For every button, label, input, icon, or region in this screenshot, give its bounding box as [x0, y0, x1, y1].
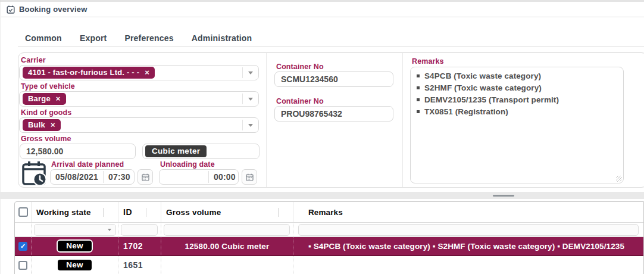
row-gross-volume-cell: 12580.00 Cubic meter — [161, 237, 293, 255]
header-working-state-label: Working state — [36, 208, 91, 217]
dates-row: Arrival date planned 05/08/2021 07:30 — [19, 160, 266, 188]
form-column-left: Carrier 4101 - fast-or-furious Ltd. - - … — [18, 53, 267, 187]
container2-label: Container No — [276, 97, 393, 105]
header-working-state[interactable]: Working state — [32, 202, 118, 222]
arrival-calendar-button[interactable] — [137, 169, 153, 185]
remarks-list: S4PCB (Toxic waste category) S2HMF (Toxi… — [417, 70, 617, 118]
vehicle-tag-label: Barge — [28, 94, 51, 103]
row-checkbox-cell: ✓ — [15, 237, 32, 255]
vehicle-select[interactable]: Barge × — [19, 91, 259, 107]
filter-gv-cell — [161, 223, 293, 236]
remarks-item: TX0851 (Registration) — [417, 106, 617, 118]
gross-volume-row: Cubic meter — [20, 144, 266, 159]
header-checkbox-cell — [15, 202, 32, 222]
carrier-label: Carrier — [21, 56, 266, 64]
tab-administration[interactable]: Administration — [192, 33, 252, 43]
unloading-calendar-button[interactable] — [242, 169, 257, 185]
calendar-clock-icon — [19, 160, 50, 188]
filter-state-cell — [32, 223, 118, 236]
row-state-cell: New — [32, 237, 118, 255]
arrival-date-label: Arrival date planned — [51, 160, 153, 169]
container1-input[interactable] — [274, 71, 393, 87]
unloading-time-value[interactable]: 00:00 — [209, 172, 238, 182]
filter-id-cell — [118, 223, 161, 236]
column-handle[interactable] — [278, 208, 279, 217]
carrier-tag-label: 4101 - fast-or-furious Ltd. - - - — [28, 68, 139, 77]
bookings-grid: Working state ID Gross volume Remarks — [14, 201, 644, 274]
working-state-filter-select[interactable] — [34, 224, 116, 236]
arrival-date-group: Arrival date planned 05/08/2021 07:30 — [50, 160, 153, 188]
carrier-tag[interactable]: 4101 - fast-or-furious Ltd. - - - × — [23, 67, 155, 79]
row-remarks-cell — [293, 256, 643, 274]
page-left-border — [1, 0, 1, 274]
tab-common[interactable]: Common — [25, 33, 62, 43]
chevron-down-icon — [248, 71, 253, 74]
remarks-box[interactable]: S4PCB (Toxic waste category) S2HMF (Toxi… — [410, 67, 624, 183]
grid-filter-row — [15, 223, 643, 237]
carrier-select[interactable]: 4101 - fast-or-furious Ltd. - - - × — [19, 65, 259, 80]
unloading-date-group: Unloading date 00:00 — [159, 160, 257, 188]
arrival-date-value[interactable]: 05/08/2021 — [51, 172, 103, 182]
unloading-date-label: Unloading date — [160, 160, 257, 169]
goods-tag[interactable]: Bulk × — [23, 119, 61, 131]
filter-remarks-cell — [293, 223, 643, 236]
carrier-dropdown-toggle[interactable] — [242, 67, 258, 78]
vehicle-label: Type of vehicle — [21, 82, 266, 91]
goods-select[interactable]: Bulk × — [19, 117, 259, 133]
tab-bar: Common Export Preferences Administration — [18, 30, 644, 46]
id-filter-input[interactable] — [121, 224, 158, 236]
form-column-right: Remarks S4PCB (Toxic waste category) S2H… — [403, 53, 644, 187]
remarks-filter-input[interactable] — [298, 224, 639, 236]
header-id-label: ID — [123, 207, 132, 217]
row-gross-volume-cell — [161, 256, 293, 274]
header-gross-volume-label: Gross volume — [166, 208, 221, 217]
gross-volume-label: Gross volume — [21, 135, 266, 143]
column-handle[interactable] — [146, 208, 146, 217]
working-state-button[interactable]: New — [57, 259, 93, 272]
vehicle-tag[interactable]: Barge × — [23, 93, 66, 105]
goods-dropdown-toggle[interactable] — [242, 120, 258, 130]
row-checkbox-checked[interactable]: ✓ — [18, 242, 27, 251]
title-bar: Booking overview — [1, 2, 644, 17]
header-remarks[interactable]: Remarks — [293, 202, 643, 222]
chevron-down-icon — [248, 124, 253, 127]
row-checkbox-unchecked[interactable] — [18, 261, 27, 270]
remarks-item: S4PCB (Toxic waste category) — [417, 70, 617, 82]
container1-label: Container No — [276, 63, 393, 71]
chevron-down-icon — [108, 229, 111, 231]
working-state-button[interactable]: New — [57, 239, 93, 253]
filter-checkbox-cell — [15, 223, 32, 236]
table-row[interactable]: New 1651 — [15, 256, 643, 274]
remove-icon[interactable]: × — [56, 94, 61, 103]
splitter-drag-handle[interactable] — [493, 195, 514, 197]
gross-volume-input[interactable] — [20, 144, 136, 159]
remarks-item: S2HMF (Toxic waste category) — [417, 82, 617, 94]
row-state-cell: New — [32, 256, 118, 274]
container2-input[interactable] — [274, 106, 393, 122]
unit-chip[interactable]: Cubic meter — [145, 145, 207, 157]
arrival-time-value[interactable]: 07:30 — [104, 172, 134, 182]
column-handle[interactable] — [103, 208, 104, 217]
resize-handle[interactable] — [616, 176, 622, 182]
calendar-check-icon — [7, 5, 15, 14]
remarks-item: DEMV2105/1235 (Transport permit) — [417, 94, 617, 106]
gross-volume-filter-input[interactable] — [164, 224, 290, 236]
unit-box[interactable]: Cubic meter — [142, 144, 260, 159]
table-row[interactable]: ✓ New 1702 12580.00 Cubic meter ▪ S4PCB … — [15, 237, 643, 256]
splitter-bar — [0, 192, 644, 199]
remove-icon[interactable]: × — [51, 120, 55, 129]
remove-icon[interactable]: × — [145, 68, 149, 77]
chevron-down-icon — [248, 98, 253, 101]
booking-form-panel: Carrier 4101 - fast-or-furious Ltd. - - … — [18, 52, 644, 188]
calendar-icon — [246, 173, 254, 181]
vehicle-dropdown-toggle[interactable] — [242, 94, 258, 104]
header-id[interactable]: ID — [118, 202, 161, 222]
form-column-middle: Container No Container No — [267, 53, 403, 187]
tab-preferences[interactable]: Preferences — [124, 33, 173, 43]
row-id-cell: 1651 — [118, 256, 161, 274]
select-all-checkbox[interactable] — [18, 207, 28, 217]
tab-export[interactable]: Export — [80, 33, 107, 43]
header-gross-volume[interactable]: Gross volume — [161, 202, 293, 222]
calendar-icon — [142, 173, 149, 181]
goods-label: Kind of goods — [21, 108, 266, 117]
